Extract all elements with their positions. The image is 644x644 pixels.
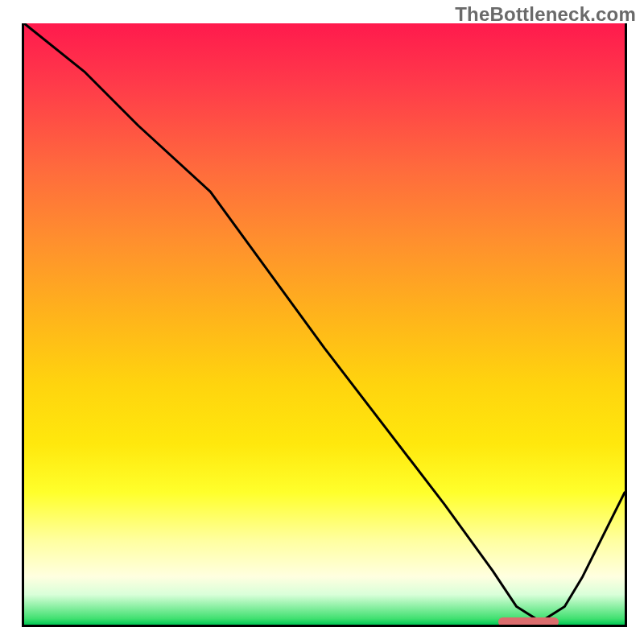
watermark-text: TheBottleneck.com xyxy=(455,3,636,26)
figure: TheBottleneck.com xyxy=(0,0,644,644)
plot-area xyxy=(22,23,627,627)
optimal-range-marker xyxy=(498,617,559,626)
bottleneck-curve xyxy=(24,23,625,625)
